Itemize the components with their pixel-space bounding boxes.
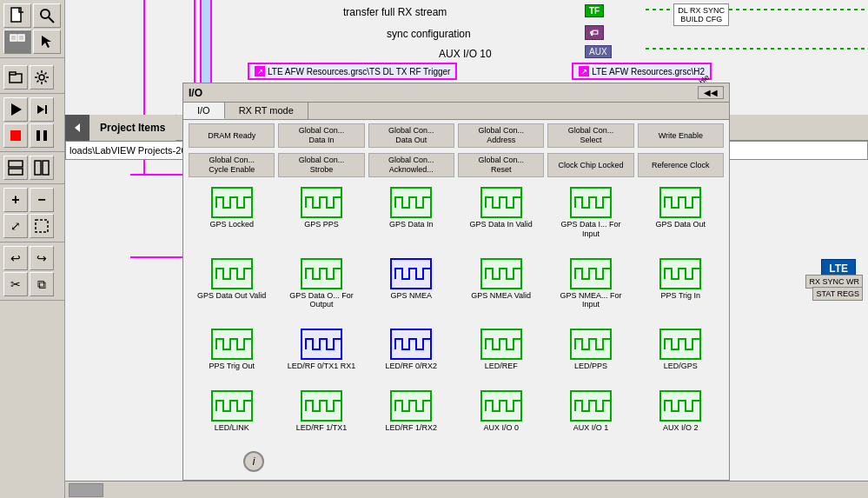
header-strobe: Global Con...Strobe [278, 153, 364, 177]
aux-label: AUX I/O 10 [439, 48, 492, 60]
select-button[interactable] [30, 214, 54, 238]
item-aux-io-1[interactable]: AUX I/O 1 [547, 386, 633, 437]
item-led-pps[interactable]: LED/PPS [547, 324, 633, 375]
dl-rx-sync-label: DL RX SYNC [678, 6, 725, 15]
split-h-button[interactable] [3, 156, 28, 180]
gps-nmea-for-input-icon [570, 258, 612, 289]
led-rf0-rx2-icon [390, 329, 432, 360]
gps-locked-icon [211, 187, 253, 218]
file-button[interactable] [3, 3, 31, 28]
tab-io[interactable]: I/O [183, 103, 225, 119]
header-row-2: Global Con...Cycle Enable Global Con...S… [183, 149, 729, 177]
header-write-enable: Write Enable [638, 123, 724, 148]
led-rf1-tx1-label: LED/RF 1/TX1 [296, 423, 348, 433]
gps-nmea-for-input-label: GPS NMEA... For Input [556, 291, 626, 310]
item-gps-data-out[interactable]: GPS Data Out [638, 183, 724, 243]
item-led-link[interactable]: LED/LINK [189, 386, 275, 437]
lte-resource1-label: LTE AFW Resources.grsc\TS DL TX RF Trigg… [268, 67, 450, 76]
item-gps-locked[interactable]: GPS Locked [189, 183, 275, 243]
info-button[interactable]: i [243, 451, 264, 472]
led-pps-icon [570, 329, 612, 360]
led-pps-label: LED/PPS [574, 362, 607, 371]
redo-button[interactable]: ↪ [30, 246, 54, 270]
svg-rect-12 [10, 130, 21, 141]
svg-line-2 [49, 17, 54, 23]
pointer-button[interactable] [33, 30, 61, 54]
aux-io-2-label: AUX I/O 2 [663, 423, 699, 433]
transfer-label: transfer full RX stream [343, 6, 447, 18]
gps-nmea-valid-icon [480, 258, 522, 289]
led-link-label: LED/LINK [215, 423, 249, 433]
pps-trig-in-label: PPS Trig In [661, 291, 701, 301]
led-gps-label: LED/GPS [664, 362, 698, 371]
item-led-rf1-rx2[interactable]: LED/RF 1/RX2 [368, 386, 454, 437]
led-ref-label: LED/REF [485, 362, 518, 371]
dl-rx-sync-block: DL RX SYNC BUILD CFG [673, 3, 729, 26]
zoom-out-button[interactable]: − [30, 188, 54, 212]
panel-scroll-area[interactable]: GPS Locked GPS PPS GPS Data In GPS Data … [183, 177, 729, 480]
gps-data-out-label: GPS Data Out [656, 220, 706, 229]
gps-data-out-valid-label: GPS Data Out Valid [197, 291, 266, 301]
search-button[interactable] [33, 3, 61, 28]
item-pps-trig-out[interactable]: PPS Trig Out [189, 324, 275, 375]
breadcrumb-back-btn[interactable] [65, 115, 89, 141]
gear-icon-btn[interactable] [30, 65, 54, 90]
item-gps-data-out-valid[interactable]: GPS Data Out Valid [189, 254, 275, 315]
header-reset: Global Con...Reset [458, 153, 544, 177]
gps-nmea-label: GPS NMEA [391, 291, 433, 301]
item-aux-io-0[interactable]: AUX I/O 0 [458, 386, 544, 437]
svg-point-1 [41, 10, 50, 18]
gps-pps-label: GPS PPS [304, 220, 339, 229]
header-clock-chip: Clock Chip Locked [547, 153, 633, 177]
item-led-gps[interactable]: LED/GPS [638, 324, 724, 375]
led-link-icon [211, 390, 253, 422]
item-led-rf0-tx1-rx1[interactable]: LED/RF 0/TX1 RX1 [278, 324, 364, 375]
item-led-rf0-rx2[interactable]: LED/RF 0/RX2 [368, 324, 454, 375]
header-dram-ready: DRAM Ready [189, 123, 275, 148]
item-gps-data-o-for-output[interactable]: GPS Data O... For Output [278, 254, 364, 315]
project-items-crumb[interactable]: Project Items [89, 115, 176, 141]
undo-button[interactable]: ↩ [3, 246, 28, 270]
gps-pps-icon [301, 187, 342, 218]
pause-button[interactable] [30, 123, 54, 148]
header-global-data-in: Global Con...Data In [278, 123, 364, 148]
header-global-address: Global Con...Address [458, 123, 544, 148]
step-over-button[interactable] [30, 97, 54, 122]
aux-io-2-icon [659, 390, 701, 422]
scrollbar-thumb[interactable] [69, 483, 103, 497]
item-gps-data-in-valid[interactable]: GPS Data In Valid [458, 183, 544, 243]
svg-rect-19 [36, 220, 48, 232]
zoom-in-button[interactable]: + [3, 188, 28, 212]
split-v-button[interactable] [30, 156, 54, 180]
abort-button[interactable] [3, 123, 28, 148]
item-gps-data-i-for-input[interactable]: GPS Data I... For Input [547, 183, 633, 243]
panel-title: I/O [189, 87, 202, 99]
item-gps-nmea-for-input[interactable]: GPS NMEA... For Input [547, 254, 633, 315]
svg-rect-17 [35, 161, 41, 175]
green-line-2 [646, 48, 868, 50]
item-led-ref[interactable]: LED/REF [458, 324, 544, 375]
item-led-rf1-tx1[interactable]: LED/RF 1/TX1 [278, 386, 364, 437]
item-pps-trig-in[interactable]: PPS Trig In [638, 254, 724, 315]
svg-marker-10 [37, 105, 44, 114]
panel-header: I/O ◀◀ [183, 83, 729, 103]
tf-badge: TF [585, 4, 604, 17]
item-gps-nmea-valid[interactable]: GPS NMEA Valid [458, 254, 544, 315]
run-button[interactable] [3, 97, 28, 122]
led-rf0-tx1-rx1-label: LED/RF 0/TX1 RX1 [288, 362, 356, 371]
item-gps-nmea[interactable]: GPS NMEA [368, 254, 454, 315]
panel-back-btn[interactable]: ◀◀ [698, 86, 724, 99]
item-gps-data-in[interactable]: GPS Data In [368, 183, 454, 243]
io-panel: I/O ◀◀ I/O RX RT mode DRAM Ready Global … [182, 83, 730, 481]
project-icon-btn[interactable] [3, 65, 28, 90]
bottom-scrollbar[interactable] [65, 481, 868, 498]
fit-button[interactable]: ⤢ [3, 214, 28, 238]
cut-button[interactable]: ✂ [3, 272, 28, 296]
tab-rx-rt[interactable]: RX RT mode [225, 103, 308, 119]
block-diagram-button[interactable] [3, 30, 31, 54]
copy-button[interactable]: ⧉ [30, 272, 54, 296]
item-gps-pps[interactable]: GPS PPS [278, 183, 364, 243]
grid-row-2: GPS Data Out Valid GPS Data O... For Out… [183, 249, 729, 320]
item-aux-io-2[interactable]: AUX I/O 2 [638, 386, 724, 437]
svg-rect-15 [9, 161, 23, 167]
